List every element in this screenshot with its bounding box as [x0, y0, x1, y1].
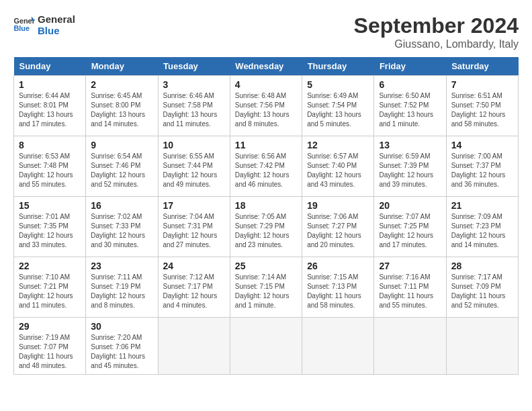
col-header-thursday: Thursday — [302, 57, 374, 76]
week-row: 22Sunrise: 7:10 AM Sunset: 7:21 PM Dayli… — [14, 257, 519, 318]
month-title: September 2024 — [354, 13, 519, 38]
calendar-cell: 23Sunrise: 7:11 AM Sunset: 7:19 PM Dayli… — [86, 257, 158, 318]
calendar-cell: 27Sunrise: 7:16 AM Sunset: 7:11 PM Dayli… — [374, 257, 446, 318]
calendar-cell: 15Sunrise: 7:01 AM Sunset: 7:35 PM Dayli… — [14, 197, 86, 257]
calendar-cell — [446, 318, 518, 375]
col-header-saturday: Saturday — [446, 57, 518, 76]
calendar-cell: 24Sunrise: 7:12 AM Sunset: 7:17 PM Dayli… — [158, 257, 230, 318]
calendar-cell: 17Sunrise: 7:04 AM Sunset: 7:31 PM Dayli… — [158, 197, 230, 257]
calendar-cell: 25Sunrise: 7:14 AM Sunset: 7:15 PM Dayli… — [230, 257, 302, 318]
calendar-cell: 9Sunrise: 6:54 AM Sunset: 7:46 PM Daylig… — [86, 136, 158, 197]
logo-general: General — [38, 13, 75, 25]
header-row: SundayMondayTuesdayWednesdayThursdayFrid… — [14, 57, 519, 76]
col-header-friday: Friday — [374, 57, 446, 76]
logo: General Blue General Blue — [13, 13, 75, 36]
week-row: 29Sunrise: 7:19 AM Sunset: 7:07 PM Dayli… — [14, 318, 519, 375]
calendar-cell: 8Sunrise: 6:53 AM Sunset: 7:48 PM Daylig… — [14, 136, 86, 197]
calendar-cell: 19Sunrise: 7:06 AM Sunset: 7:27 PM Dayli… — [302, 197, 374, 257]
week-row: 15Sunrise: 7:01 AM Sunset: 7:35 PM Dayli… — [14, 197, 519, 257]
col-header-sunday: Sunday — [14, 57, 86, 76]
calendar-cell: 22Sunrise: 7:10 AM Sunset: 7:21 PM Dayli… — [14, 257, 86, 318]
page-header: General Blue General Blue September 2024… — [13, 13, 519, 50]
col-header-tuesday: Tuesday — [158, 57, 230, 76]
calendar-cell: 7Sunrise: 6:51 AM Sunset: 7:50 PM Daylig… — [446, 76, 518, 136]
col-header-wednesday: Wednesday — [230, 57, 302, 76]
calendar-cell: 16Sunrise: 7:02 AM Sunset: 7:33 PM Dayli… — [86, 197, 158, 257]
week-row: 8Sunrise: 6:53 AM Sunset: 7:48 PM Daylig… — [14, 136, 519, 197]
calendar-cell: 20Sunrise: 7:07 AM Sunset: 7:25 PM Dayli… — [374, 197, 446, 257]
location: Giussano, Lombardy, Italy — [354, 38, 519, 50]
calendar-cell: 29Sunrise: 7:19 AM Sunset: 7:07 PM Dayli… — [14, 318, 86, 375]
calendar-cell: 21Sunrise: 7:09 AM Sunset: 7:23 PM Dayli… — [446, 197, 518, 257]
calendar-cell: 10Sunrise: 6:55 AM Sunset: 7:44 PM Dayli… — [158, 136, 230, 197]
calendar-cell: 18Sunrise: 7:05 AM Sunset: 7:29 PM Dayli… — [230, 197, 302, 257]
calendar-cell: 26Sunrise: 7:15 AM Sunset: 7:13 PM Dayli… — [302, 257, 374, 318]
svg-text:Blue: Blue — [13, 24, 30, 32]
title-block: September 2024 Giussano, Lombardy, Italy — [354, 13, 519, 50]
calendar-cell — [374, 318, 446, 375]
calendar-cell: 12Sunrise: 6:57 AM Sunset: 7:40 PM Dayli… — [302, 136, 374, 197]
col-header-monday: Monday — [86, 57, 158, 76]
calendar-cell: 2Sunrise: 6:45 AM Sunset: 8:00 PM Daylig… — [86, 76, 158, 136]
calendar-cell — [302, 318, 374, 375]
calendar-cell: 28Sunrise: 7:17 AM Sunset: 7:09 PM Dayli… — [446, 257, 518, 318]
calendar-cell: 30Sunrise: 7:20 AM Sunset: 7:06 PM Dayli… — [86, 318, 158, 375]
calendar-cell — [158, 318, 230, 375]
calendar-cell: 3Sunrise: 6:46 AM Sunset: 7:58 PM Daylig… — [158, 76, 230, 136]
calendar-cell — [230, 318, 302, 375]
logo-icon: General Blue — [13, 15, 35, 34]
calendar-cell: 14Sunrise: 7:00 AM Sunset: 7:37 PM Dayli… — [446, 136, 518, 197]
week-row: 1Sunrise: 6:44 AM Sunset: 8:01 PM Daylig… — [14, 76, 519, 136]
calendar-cell: 13Sunrise: 6:59 AM Sunset: 7:39 PM Dayli… — [374, 136, 446, 197]
calendar-table: SundayMondayTuesdayWednesdayThursdayFrid… — [13, 57, 519, 375]
calendar-cell: 1Sunrise: 6:44 AM Sunset: 8:01 PM Daylig… — [14, 76, 86, 136]
calendar-cell: 5Sunrise: 6:49 AM Sunset: 7:54 PM Daylig… — [302, 76, 374, 136]
calendar-cell: 4Sunrise: 6:48 AM Sunset: 7:56 PM Daylig… — [230, 76, 302, 136]
calendar-cell: 6Sunrise: 6:50 AM Sunset: 7:52 PM Daylig… — [374, 76, 446, 136]
calendar-cell: 11Sunrise: 6:56 AM Sunset: 7:42 PM Dayli… — [230, 136, 302, 197]
logo-blue: Blue — [38, 25, 75, 36]
